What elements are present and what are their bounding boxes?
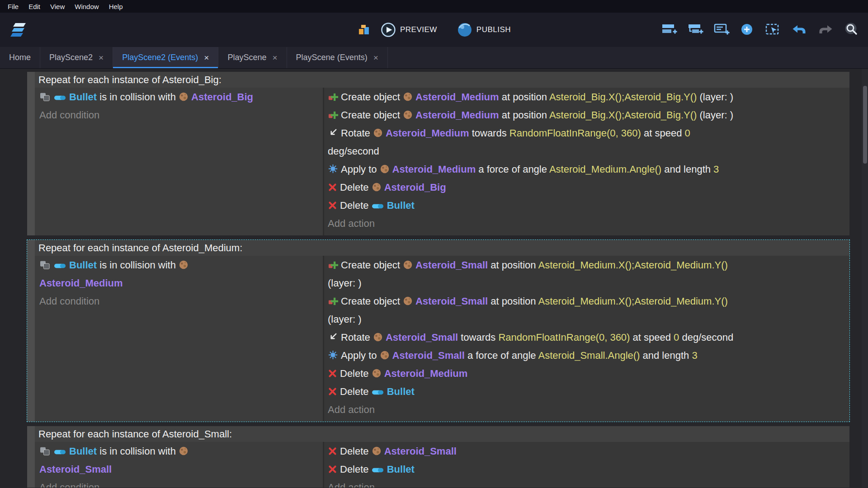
action-item[interactable]: Rotate Asteroid_Small towards RandomFloa…	[328, 328, 845, 347]
asteroid-icon	[403, 296, 413, 306]
add-subevent-button[interactable]	[685, 21, 705, 39]
add-condition-button[interactable]: Add condition	[39, 479, 318, 488]
add-special-event-button[interactable]	[738, 21, 757, 39]
tab-close-icon[interactable]: ×	[99, 53, 104, 62]
event-block[interactable]: Repeat for each instance of Asteroid_Big…	[27, 71, 850, 236]
event-drag-handle[interactable]	[27, 426, 35, 488]
tab-playscene-events[interactable]: PlayScene (Events)×	[287, 47, 388, 68]
action-item[interactable]: Delete Asteroid_Small	[328, 442, 845, 460]
segment-plain: Apply to	[341, 164, 380, 175]
action-item[interactable]: Create object Asteroid_Medium at positio…	[328, 88, 845, 106]
asteroid-icon	[372, 446, 382, 456]
event-drag-handle[interactable]	[27, 72, 35, 235]
add-event-icon	[661, 23, 677, 37]
tab-bar: HomePlayScene2×PlayScene2 (Events)×PlayS…	[0, 47, 868, 69]
debugger-button[interactable]	[355, 22, 373, 38]
add-action-button[interactable]: Add action	[328, 479, 845, 488]
add-condition-button[interactable]: Add condition	[39, 292, 318, 310]
condition-item[interactable]: Bullet is in collision with Asteroid_Med…	[39, 256, 318, 292]
add-event-button[interactable]	[659, 21, 679, 39]
publish-label: PUBLISH	[476, 25, 511, 34]
search-icon	[844, 22, 860, 38]
delete-icon	[328, 201, 337, 210]
add-subevent-icon	[687, 23, 703, 37]
action-item[interactable]: Delete Bullet	[328, 383, 845, 401]
bullet-icon	[54, 449, 66, 455]
events-sheet: Repeat for each instance of Asteroid_Big…	[0, 69, 868, 488]
tab-home[interactable]: Home	[0, 47, 40, 68]
tab-playscene2[interactable]: PlayScene2×	[40, 47, 113, 68]
segment-obj-bullet: Bullet	[69, 91, 97, 103]
action-item[interactable]: Create object Asteroid_Small at position…	[328, 256, 845, 292]
tab-playscene[interactable]: PlayScene×	[218, 47, 287, 68]
add-comment-button[interactable]	[712, 21, 731, 39]
menu-edit[interactable]: Edit	[24, 1, 45, 12]
add-condition-button[interactable]: Add condition	[39, 106, 318, 124]
delete-icon	[328, 446, 337, 456]
actions-column: Create object Asteroid_Small at position…	[324, 256, 849, 422]
add-action-button[interactable]: Add action	[328, 401, 845, 419]
choose-event-button[interactable]	[763, 21, 783, 39]
publish-button[interactable]: PUBLISH	[455, 20, 513, 39]
tab-playscene2-events[interactable]: PlayScene2 (Events)×	[113, 47, 218, 68]
search-button[interactable]	[842, 20, 862, 39]
asteroid-icon	[403, 260, 413, 270]
tab-label: Home	[9, 53, 31, 62]
tab-close-icon[interactable]: ×	[373, 53, 378, 62]
undo-icon	[791, 23, 807, 37]
event-header[interactable]: Repeat for each instance of Asteroid_Sma…	[35, 426, 849, 442]
undo-button[interactable]	[789, 21, 809, 39]
menu-window[interactable]: Window	[70, 1, 104, 12]
bullet-icon	[372, 389, 384, 395]
tab-close-icon[interactable]: ×	[204, 53, 209, 62]
create-icon	[328, 91, 338, 102]
redo-button[interactable]	[816, 21, 835, 39]
add-action-button[interactable]: Add action	[328, 215, 845, 233]
add-comment-icon	[713, 23, 730, 37]
menu-help[interactable]: Help	[104, 1, 128, 12]
segment-obj-sprite: Asteroid_Medium	[39, 277, 123, 289]
segment-expr: 3	[713, 164, 719, 175]
segment-obj-sprite: Asteroid_Small	[415, 296, 488, 307]
condition-item[interactable]: Bullet is in collision with Asteroid_Big	[39, 88, 318, 106]
action-item[interactable]: Create object Asteroid_Medium at positio…	[328, 106, 845, 124]
segment-obj-bullet: Bullet	[387, 200, 415, 211]
segment-plain: at position	[488, 259, 538, 271]
event-header[interactable]: Repeat for each instance of Asteroid_Big…	[35, 72, 849, 88]
conditions-column: Bullet is in collision with Asteroid_Med…	[35, 256, 324, 422]
segment-expr: Asteroid_Medium.X();Asteroid_Medium.Y()	[538, 259, 727, 271]
toolbar: PREVIEW PUBLISH	[0, 13, 868, 47]
segment-plain: at speed	[641, 127, 685, 139]
project-manager-button[interactable]	[6, 19, 30, 41]
segment-plain: Delete	[340, 368, 372, 379]
debugger-icon	[357, 23, 371, 36]
menu-file[interactable]: File	[3, 1, 24, 12]
action-item[interactable]: Delete Asteroid_Medium	[328, 365, 845, 383]
preview-button[interactable]: PREVIEW	[379, 20, 439, 39]
action-item[interactable]: Create object Asteroid_Small at position…	[328, 292, 845, 328]
event-block[interactable]: Repeat for each instance of Asteroid_Med…	[27, 239, 850, 422]
scrollbar-thumb[interactable]	[863, 86, 867, 164]
collision-icon	[39, 260, 51, 270]
bullet-icon	[54, 95, 66, 101]
action-item[interactable]: Apply to Asteroid_Small a force of angle…	[328, 347, 845, 365]
scrollbar[interactable]	[862, 69, 868, 488]
action-item[interactable]: Rotate Asteroid_Medium towards RandomFlo…	[328, 124, 845, 160]
action-item[interactable]: Apply to Asteroid_Medium a force of angl…	[328, 160, 845, 178]
event-block[interactable]: Repeat for each instance of Asteroid_Sma…	[27, 426, 850, 488]
bullet-icon	[372, 467, 384, 473]
segment-plain: Create object	[341, 91, 403, 103]
condition-item[interactable]: Bullet is in collision with Asteroid_Sma…	[39, 442, 318, 479]
asteroid-icon	[179, 260, 189, 270]
segment-obj-sprite: Asteroid_Medium	[415, 109, 499, 121]
create-icon	[328, 296, 338, 306]
event-drag-handle[interactable]	[27, 240, 35, 422]
tab-close-icon[interactable]: ×	[272, 53, 277, 62]
menu-view[interactable]: View	[45, 1, 70, 12]
segment-expr: RandomFloatInRange(0, 360)	[498, 332, 630, 343]
event-header[interactable]: Repeat for each instance of Asteroid_Med…	[35, 240, 849, 256]
action-item[interactable]: Delete Bullet	[328, 197, 845, 215]
redo-icon	[817, 23, 834, 37]
action-item[interactable]: Delete Bullet	[328, 460, 845, 479]
action-item[interactable]: Delete Asteroid_Big	[328, 178, 845, 197]
